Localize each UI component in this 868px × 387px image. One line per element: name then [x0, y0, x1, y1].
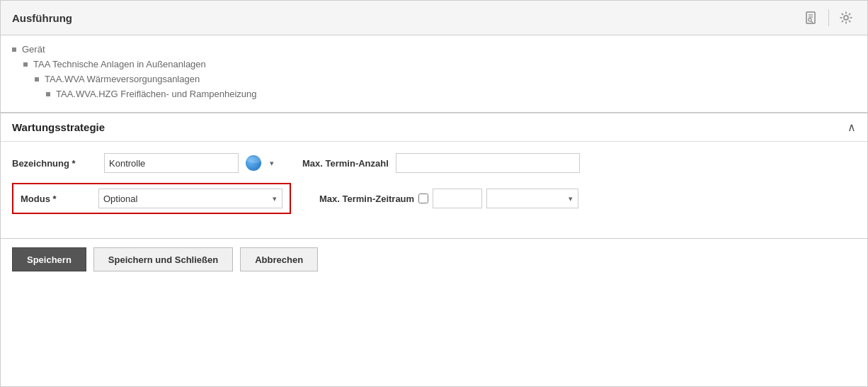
max-termin-anzahl-label: Max. Termin-Anzahl: [302, 158, 389, 169]
zeitraum-number-input[interactable]: [433, 189, 482, 208]
modus-group: Modus * Optional Pflicht Empfohlen ▾: [12, 183, 291, 214]
modus-select-wrapper: Optional Pflicht Empfohlen ▾: [98, 189, 282, 208]
svg-line-4: [811, 21, 813, 23]
breadcrumb-area: Gerät TAA Technische Anlagen in Außenanl…: [1, 35, 867, 113]
modus-label: Modus *: [21, 194, 91, 204]
zeitraum-select-wrapper: Tage Wochen Monate ▾: [486, 189, 578, 208]
max-termin-anzahl-group: Max. Termin-Anzahl: [302, 153, 580, 173]
bullet-icon: [46, 92, 50, 96]
breadcrumb-label-2: TAA.WVA Wärmeversorgungsanlagen: [45, 74, 200, 84]
max-termin-anzahl-input[interactable]: [396, 153, 580, 173]
buttons-area: Speichern Speichern und Schließen Abbrec…: [1, 239, 867, 280]
settings-icon-button[interactable]: [836, 8, 856, 28]
breadcrumb-item-3: TAA.WVA.HZG Freiflächen- und Rampenheizu…: [12, 89, 856, 99]
breadcrumb-item-2: TAA.WVA Wärmeversorgungsanlagen: [12, 74, 856, 84]
zeitraum-checkbox[interactable]: [418, 194, 428, 203]
breadcrumb-label-1: TAA Technische Anlagen in Außenanlagen: [33, 59, 206, 69]
section-header: Wartungsstrategie ∧: [1, 113, 867, 142]
bezeichnung-input[interactable]: [104, 153, 239, 173]
breadcrumb-label-3: TAA.WVA.HZG Freiflächen- und Rampenheizu…: [56, 89, 256, 99]
header: Ausführung: [1, 1, 867, 35]
header-icons: [801, 8, 856, 28]
form-area: Bezeichnung * ▾ Max. Termin-Anzahl Modus…: [1, 142, 867, 238]
form-row-1: Bezeichnung * ▾ Max. Termin-Anzahl: [12, 153, 856, 173]
chevron-down-icon[interactable]: ▾: [270, 159, 274, 168]
wartungsstrategie-section: Wartungsstrategie ∧ Bezeichnung * ▾ Max.…: [1, 113, 867, 239]
divider: [828, 9, 829, 26]
svg-point-5: [844, 16, 848, 20]
breadcrumb-item-1: TAA Technische Anlagen in Außenanlagen: [12, 59, 856, 69]
breadcrumb-item-0: Gerät: [12, 44, 856, 55]
bullet-icon: [35, 77, 39, 82]
document-search-icon: [804, 11, 818, 25]
modus-select[interactable]: Optional Pflicht Empfohlen: [98, 189, 282, 208]
max-termin-zeitraum-group: Max. Termin-Zeitraum Tage Wochen Monate …: [319, 189, 578, 208]
cancel-button[interactable]: Abbrechen: [240, 247, 318, 271]
form-row-2: Modus * Optional Pflicht Empfohlen ▾ Max…: [12, 183, 856, 214]
gear-icon: [839, 11, 853, 25]
save-button[interactable]: Speichern: [12, 247, 86, 271]
section-title: Wartungsstrategie: [12, 121, 105, 133]
bullet-icon: [12, 47, 16, 52]
bullet-icon: [23, 62, 28, 67]
collapse-icon[interactable]: ∧: [847, 120, 856, 134]
globe-icon[interactable]: [246, 155, 261, 171]
bezeichnung-group: Bezeichnung * ▾: [12, 153, 274, 173]
zeitraum-unit-select[interactable]: Tage Wochen Monate: [486, 189, 578, 208]
bezeichnung-label: Bezeichnung *: [12, 158, 97, 169]
breadcrumb-label-0: Gerät: [22, 44, 45, 55]
search-icon-button[interactable]: [801, 8, 821, 28]
svg-point-3: [809, 18, 811, 21]
header-title: Ausführung: [12, 12, 801, 24]
main-container: Ausführung Ger: [0, 0, 868, 387]
save-close-button[interactable]: Speichern und Schließen: [93, 247, 233, 271]
max-termin-zeitraum-label: Max. Termin-Zeitraum: [319, 194, 414, 204]
